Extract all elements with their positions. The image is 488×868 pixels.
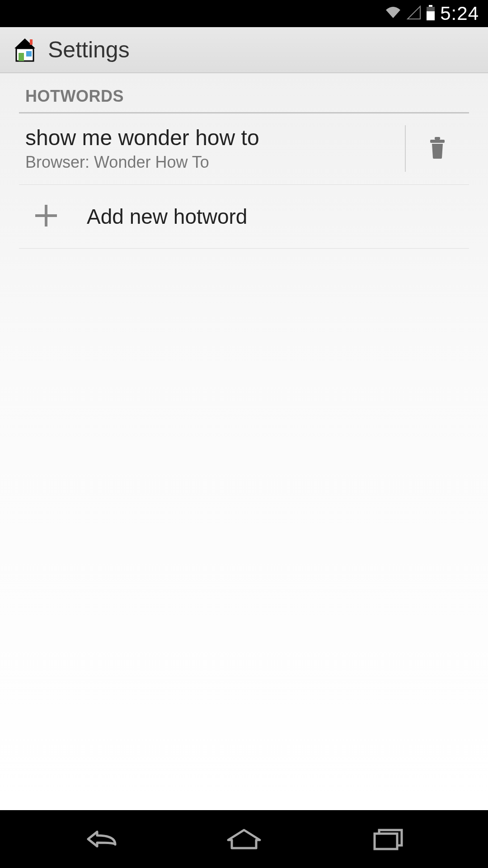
trash-icon [428,137,446,160]
status-time: 5:24 [440,3,479,24]
svg-rect-12 [375,834,397,849]
svg-rect-5 [19,53,24,61]
recent-apps-button[interactable] [357,823,420,855]
battery-icon [426,5,436,22]
svg-rect-9 [430,140,445,143]
svg-rect-7 [30,39,33,45]
home-button[interactable] [212,823,276,855]
home-app-icon[interactable] [12,37,38,63]
svg-rect-0 [429,5,432,7]
status-bar: 5:24 [0,0,488,27]
add-hotword-label: Add new hotword [87,204,247,229]
back-button[interactable] [68,823,131,855]
navigation-bar [0,810,488,868]
hotword-title: show me wonder how to [25,125,396,150]
svg-rect-2 [427,11,435,20]
plus-icon [33,203,59,230]
content-area: HOTWORDS show me wonder how to Browser: … [0,73,488,810]
svg-rect-8 [435,137,440,140]
add-hotword-button[interactable]: Add new hotword [19,185,469,249]
wifi-icon [384,5,402,22]
svg-rect-11 [35,214,57,217]
svg-rect-6 [26,51,32,57]
section-header-hotwords: HOTWORDS [0,77,488,112]
page-title: Settings [48,37,130,63]
hotword-subtitle: Browser: Wonder How To [25,153,396,172]
action-bar: Settings [0,27,488,73]
delete-hotword-button[interactable] [406,125,469,172]
cell-signal-icon [407,5,421,22]
hotword-row: show me wonder how to Browser: Wonder Ho… [19,113,469,185]
hotword-entry[interactable]: show me wonder how to Browser: Wonder Ho… [25,125,405,172]
